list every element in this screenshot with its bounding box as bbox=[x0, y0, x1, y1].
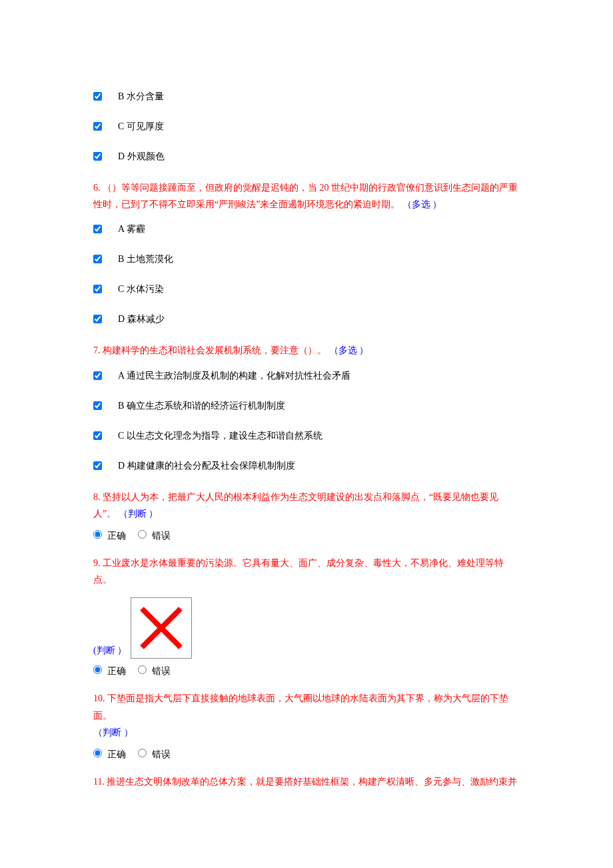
q9-label-true: 正确 bbox=[107, 664, 126, 678]
q5-checkbox-d[interactable] bbox=[93, 152, 102, 161]
q10-tag: （判断 ） bbox=[93, 727, 133, 737]
q8-radio-false[interactable] bbox=[138, 530, 147, 539]
q6-label-b: B 土地荒漠化 bbox=[118, 252, 173, 266]
q6-option-b: B 土地荒漠化 bbox=[93, 252, 520, 266]
q7-body: 构建科学的生态和谐社会发展机制系统，要注意（）。 bbox=[103, 345, 329, 355]
q5-label-d: D 外观颜色 bbox=[118, 149, 165, 163]
q6-checkbox-d[interactable] bbox=[93, 315, 102, 323]
q7-option-a: A 通过民主政治制度及机制的构建，化解对抗性社会矛盾 bbox=[93, 369, 520, 383]
q7-label-d: D 构建健康的社会分配及社会保障机制制度 bbox=[118, 459, 295, 473]
q9-tag: (判断 ） bbox=[93, 645, 127, 655]
q5-option-b: B 水分含量 bbox=[93, 89, 520, 103]
q6-body: （）等等问题接踵而至，但政府的觉醒是迟钝的，当 20 世纪中期的行政官僚们意识到… bbox=[93, 183, 518, 209]
q6-option-a: A 雾霾 bbox=[93, 222, 520, 236]
q9-label-false: 错误 bbox=[152, 664, 171, 678]
page-content: B 水分含量 C 可见厚度 D 外观颜色 6. （）等等问题接踵而至，但政府的觉… bbox=[0, 0, 613, 822]
q6-prefix: 6. bbox=[93, 183, 103, 193]
q11-prefix: 11. bbox=[93, 777, 107, 787]
q7-label-b: B 确立生态系统和谐的经济运行机制制度 bbox=[118, 399, 285, 413]
q9-body: 工业废水是水体最重要的污染源。它具有量大、面广、成分复杂、毒性大，不易净化、难处… bbox=[93, 558, 504, 585]
q10-label-true: 正确 bbox=[107, 747, 126, 761]
q10-label-false: 错误 bbox=[152, 747, 171, 761]
q9-radio-false[interactable] bbox=[138, 665, 147, 674]
q5-checkbox-c[interactable] bbox=[93, 122, 102, 131]
wrong-mark-icon bbox=[131, 597, 192, 659]
q6-checkbox-c[interactable] bbox=[93, 285, 102, 293]
q9-text: 9. 工业废水是水体最重要的污染源。它具有量大、面广、成分复杂、毒性大，不易净化… bbox=[93, 555, 520, 588]
q11-text: 11. 推进生态文明体制改革的总体方案，就是要搭好基础性框架，构建产权清晰、多元… bbox=[93, 773, 520, 790]
q7-checkbox-a[interactable] bbox=[93, 371, 102, 380]
q5-label-b: B 水分含量 bbox=[118, 89, 164, 103]
q7-checkbox-c[interactable] bbox=[93, 431, 102, 440]
q6-checkbox-a[interactable] bbox=[93, 225, 102, 233]
q6-label-c: C 水体污染 bbox=[118, 282, 164, 296]
q5-label-c: C 可见厚度 bbox=[118, 119, 164, 133]
q7-label-c: C 以生态文化理念为指导，建设生态和谐自然系统 bbox=[118, 429, 322, 443]
q7-text: 7. 构建科学的生态和谐社会发展机制系统，要注意（）。 （多选 ） bbox=[93, 342, 520, 359]
q6-label-a: A 雾霾 bbox=[118, 222, 145, 236]
q7-prefix: 7. bbox=[93, 345, 103, 355]
q8-radio-true[interactable] bbox=[93, 530, 102, 539]
q6-text: 6. （）等等问题接踵而至，但政府的觉醒是迟钝的，当 20 世纪中期的行政官僚们… bbox=[93, 179, 520, 213]
q8-prefix: 8. bbox=[93, 492, 103, 502]
q10-answer-row: 正确 错误 bbox=[93, 747, 520, 761]
q5-option-c: C 可见厚度 bbox=[93, 119, 520, 133]
q10-text: 10. 下垫面是指大气层下直接接触的地球表面，大气圈以地球的水陆表面为其下界，称… bbox=[93, 690, 520, 741]
q6-option-c: C 水体污染 bbox=[93, 282, 520, 296]
q8-label-false: 错误 bbox=[152, 529, 171, 543]
q8-text: 8. 坚持以人为本，把最广大人民的根本利益作为生态文明建设的出发点和落脚点，“既… bbox=[93, 489, 520, 522]
q7-option-c: C 以生态文化理念为指导，建设生态和谐自然系统 bbox=[93, 429, 520, 443]
q8-label-true: 正确 bbox=[107, 529, 126, 543]
q7-option-b: B 确立生态系统和谐的经济运行机制制度 bbox=[93, 399, 520, 413]
q6-tag: （多选 ） bbox=[402, 199, 442, 209]
q11-body: 推进生态文明体制改革的总体方案，就是要搭好基础性框架，构建产权清晰、多元参与、激… bbox=[107, 777, 517, 787]
q6-option-d: D 森林减少 bbox=[93, 312, 520, 326]
q10-radio-true[interactable] bbox=[93, 749, 102, 757]
q9-tag-line: (判断 ） bbox=[93, 597, 520, 657]
q5-option-d: D 外观颜色 bbox=[93, 149, 520, 163]
q10-body: 下垫面是指大气层下直接接触的地球表面，大气圈以地球的水陆表面为其下界，称为大气层… bbox=[93, 693, 508, 720]
q7-tag: （多选 ） bbox=[329, 345, 369, 355]
q5-checkbox-b[interactable] bbox=[93, 92, 102, 101]
q10-radio-false[interactable] bbox=[138, 749, 147, 757]
q9-answer-row: 正确 错误 bbox=[93, 664, 520, 678]
q8-answer-row: 正确 错误 bbox=[93, 529, 520, 543]
q9-radio-true[interactable] bbox=[93, 665, 102, 674]
q7-checkbox-d[interactable] bbox=[93, 461, 102, 470]
q7-label-a: A 通过民主政治制度及机制的构建，化解对抗性社会矛盾 bbox=[118, 369, 350, 383]
q9-prefix: 9. bbox=[93, 558, 103, 568]
q6-checkbox-b[interactable] bbox=[93, 255, 102, 263]
q7-checkbox-b[interactable] bbox=[93, 401, 102, 410]
q7-option-d: D 构建健康的社会分配及社会保障机制制度 bbox=[93, 459, 520, 473]
q10-prefix: 10. bbox=[93, 693, 107, 703]
q6-label-d: D 森林减少 bbox=[118, 312, 165, 326]
q8-tag: （判断 ） bbox=[119, 509, 159, 519]
